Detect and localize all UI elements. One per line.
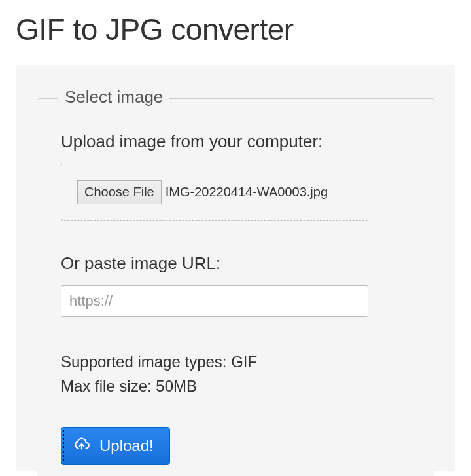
info-block: Supported image types: GIF Max file size… bbox=[61, 350, 410, 398]
url-heading: Or paste image URL: bbox=[61, 253, 410, 274]
page-title: GIF to JPG converter bbox=[0, 0, 471, 65]
fieldset-legend: Select image bbox=[58, 87, 169, 107]
max-filesize-line: Max file size: 50MB bbox=[61, 374, 410, 398]
upload-heading: Upload image from your computer: bbox=[61, 132, 410, 152]
selected-filename: IMG-20220414-WA0003.jpg bbox=[166, 185, 328, 200]
choose-file-button[interactable]: Choose File bbox=[77, 180, 162, 204]
cloud-upload-icon bbox=[73, 435, 90, 456]
image-url-input[interactable] bbox=[61, 285, 368, 317]
main-panel: Select image Upload image from your comp… bbox=[16, 65, 455, 471]
upload-button[interactable]: Upload! bbox=[61, 427, 170, 465]
select-image-fieldset: Select image Upload image from your comp… bbox=[37, 98, 434, 476]
supported-types-line: Supported image types: GIF bbox=[61, 350, 410, 374]
upload-button-label: Upload! bbox=[99, 437, 154, 455]
file-dropzone[interactable]: Choose File IMG-20220414-WA0003.jpg bbox=[61, 164, 368, 221]
